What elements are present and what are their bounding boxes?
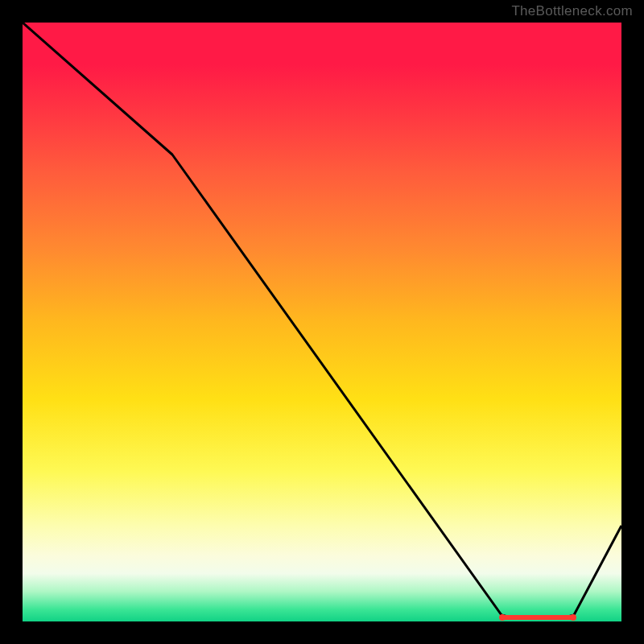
chart-svg [23,23,621,621]
minimum-marker-dot-right [570,614,576,621]
bottleneck-curve [23,23,621,618]
minimum-marker-dot-left [499,614,506,621]
attribution-text: TheBottleneck.com [511,3,633,19]
chart-area [23,23,621,621]
